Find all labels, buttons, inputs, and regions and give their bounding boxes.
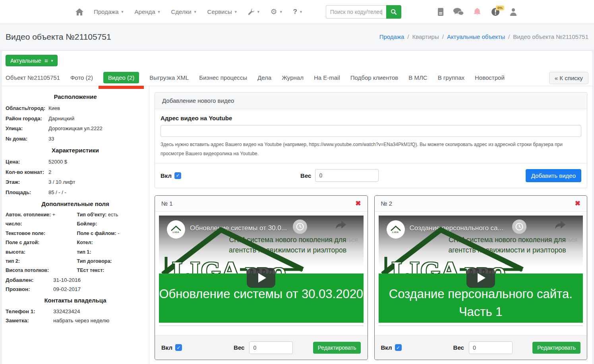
- help-menu[interactable]: ?▼: [293, 8, 303, 16]
- user-icon[interactable]: [510, 8, 517, 16]
- tab-video[interactable]: Видео (2): [103, 72, 139, 83]
- tab-newbuild[interactable]: Новострой: [475, 72, 505, 83]
- enabled-label: Вкл: [161, 344, 172, 351]
- play-button[interactable]: [247, 268, 275, 288]
- play-button[interactable]: [466, 268, 495, 288]
- chevron-down-icon: ▼: [257, 10, 260, 14]
- breadcrumb-sale[interactable]: Продажа: [379, 33, 404, 40]
- extra-field: Бойлер:: [75, 220, 147, 229]
- global-search: [326, 5, 401, 19]
- enabled-checkbox[interactable]: ✓: [175, 344, 182, 351]
- close-icon[interactable]: ✖: [355, 200, 361, 207]
- edit-video-button[interactable]: Редактировать: [313, 342, 361, 354]
- extra-field: Висота потолков:: [4, 266, 75, 275]
- menu-rent[interactable]: Аренда▼: [135, 8, 161, 15]
- search-icon: [391, 9, 397, 15]
- tab-photo[interactable]: Фото (2): [70, 72, 93, 83]
- chevron-down-icon: ▼: [157, 10, 161, 14]
- enabled-label: Вкл: [161, 172, 172, 179]
- menu-sale[interactable]: Продажа▼: [94, 8, 124, 15]
- video-thumbnail[interactable]: LIGA Создание персонального са... Смотре…: [379, 216, 583, 326]
- youtube-url-help: Здесь нужно вставить адрес Вашего видео …: [161, 140, 581, 158]
- back-to-list-button[interactable]: « К списку: [549, 72, 588, 84]
- share-icon[interactable]: [554, 220, 566, 230]
- extra-field: Автон. отопление: +: [4, 210, 75, 220]
- youtube-url-input[interactable]: [161, 125, 581, 137]
- extra-field: Тип договора:: [75, 257, 147, 266]
- add-video-panel-title: Добавление нового видео: [155, 92, 587, 109]
- weight-input[interactable]: [469, 341, 513, 354]
- menu-services[interactable]: Сервисы▼: [207, 8, 238, 15]
- close-icon[interactable]: ✖: [575, 200, 580, 207]
- enabled-label: Вкл: [381, 344, 392, 351]
- breadcrumb-current: Видео объекта №21105751: [513, 33, 588, 40]
- wrench-icon: [248, 8, 255, 15]
- chevron-down-icon: ▼: [121, 10, 124, 14]
- info-row: Прозвон:09-02-2017: [2, 285, 149, 294]
- tools-menu[interactable]: ▼: [248, 8, 260, 15]
- section-title-owner-contacts: Контакты владельца: [2, 297, 149, 304]
- video-thumbnail[interactable]: LIGA Обновление системы от 30.0... Смотр…: [159, 216, 364, 326]
- weight-input[interactable]: [249, 341, 293, 354]
- section-title-extra-fields: Дополнительные поля: [2, 200, 149, 207]
- page-header: Видео объекта №21105751 Продажа / Кварти…: [0, 24, 594, 50]
- info-row: Заметка:набрать через неделю: [2, 316, 149, 325]
- info-row: Кол-во комнат:2: [2, 167, 149, 177]
- youtube-url-label: Адрес видео на Youtube: [161, 115, 581, 121]
- tab-groups[interactable]: В группах: [438, 72, 464, 83]
- settings-menu[interactable]: ⚙▼: [271, 7, 283, 16]
- object-info-sidebar: Расположение Область/город:Киев Район го…: [2, 86, 149, 364]
- journal-icon[interactable]: [437, 8, 444, 16]
- info-row: Площадь:85 / - / -: [2, 187, 149, 198]
- add-video-button[interactable]: Добавить видео: [526, 169, 581, 182]
- play-icon: [258, 273, 266, 283]
- weight-label: Вес: [453, 344, 464, 351]
- menu-deals[interactable]: Сделки▼: [171, 8, 197, 15]
- extra-field: тип 2:: [4, 257, 75, 266]
- object-tabs: Объект №21105751 Фото (2) Видео (2) Выгр…: [2, 69, 592, 86]
- tab-mls[interactable]: В МЛС: [408, 72, 427, 83]
- add-video-panel: Добавление нового видео Адрес видео на Y…: [155, 92, 587, 188]
- breadcrumb-actual-objects[interactable]: Актуальные объекты: [447, 33, 505, 40]
- weight-label: Вес: [300, 172, 311, 179]
- tab-client-match[interactable]: Подбор клиентов: [350, 72, 399, 83]
- crm-slogan: CRM система нового поколения для агентст…: [435, 235, 580, 256]
- actual-filter-button[interactable]: Актуальные ≡ ▾: [6, 55, 58, 66]
- extra-field: Тип об'екту: есть: [75, 210, 147, 220]
- enabled-checkbox[interactable]: ✓: [174, 172, 181, 179]
- info-row: Телефон 1:332423424: [2, 307, 149, 316]
- section-title-location: Расположение: [2, 93, 149, 100]
- alert-count-badge: 0%: [496, 6, 504, 10]
- video-card-2: № 2 ✖ LIGA Создание персонального са...: [374, 195, 588, 360]
- crm-slogan: CRM система нового поколения для агентст…: [215, 235, 360, 256]
- info-row: № дома:33: [2, 134, 149, 144]
- extra-field: высота:: [4, 248, 75, 257]
- edit-video-button[interactable]: Редактировать: [532, 342, 580, 354]
- home-icon[interactable]: [75, 8, 83, 15]
- tab-business-processes[interactable]: Бизнес процессы: [199, 72, 247, 83]
- tab-object[interactable]: Объект №21105751: [6, 72, 60, 83]
- extra-field: тип 1:: [75, 248, 147, 257]
- main-container: Актуальные ≡ ▾ Объект №21105751 Фото (2)…: [1, 50, 593, 364]
- tab-xml-export[interactable]: Выгрузка XML: [149, 72, 189, 83]
- video-number: № 2: [381, 200, 393, 207]
- search-button[interactable]: [386, 5, 401, 19]
- alert-icon[interactable]: 0%: [491, 7, 500, 17]
- chat-icon[interactable]: [453, 8, 464, 16]
- search-input[interactable]: [326, 5, 386, 19]
- page-title: Видео объекта №21105751: [6, 32, 111, 42]
- weight-input[interactable]: [315, 169, 379, 182]
- tab-journal[interactable]: Журнал: [282, 72, 304, 83]
- hamburger-icon: ≡: [45, 57, 48, 64]
- bell-icon[interactable]: [473, 8, 481, 16]
- enabled-checkbox[interactable]: ✓: [395, 344, 402, 351]
- extra-field: ТЕст текст:: [75, 266, 147, 275]
- tab-tasks[interactable]: Дела: [257, 72, 271, 83]
- extra-field: Котел:: [75, 238, 147, 247]
- video-card-1: № 1 ✖ LIGA Обновление системы от 30.0...: [155, 195, 368, 360]
- tab-email[interactable]: На E-mail: [314, 72, 340, 83]
- chevron-down-icon: ▾: [51, 59, 53, 63]
- chevron-down-icon: ▼: [234, 10, 238, 14]
- share-icon[interactable]: [335, 220, 347, 230]
- chevron-down-icon: ▼: [279, 10, 283, 14]
